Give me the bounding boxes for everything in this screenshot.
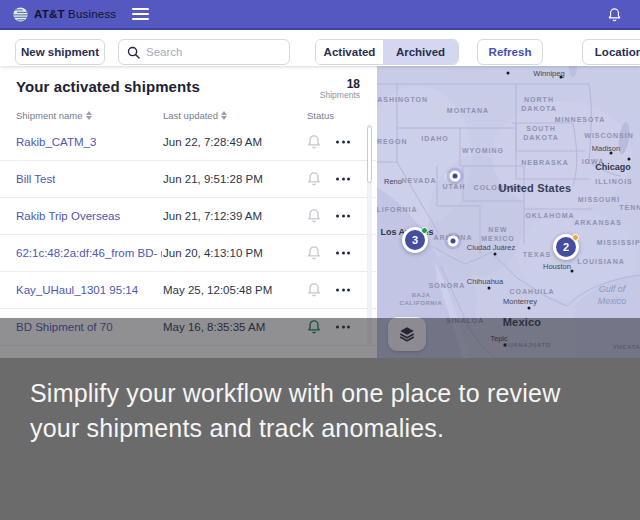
scrollbar-thumb[interactable] bbox=[367, 126, 372, 183]
row-menu-icon[interactable] bbox=[334, 248, 352, 259]
new-shipment-button[interactable]: New shipment bbox=[15, 39, 105, 65]
search-box[interactable] bbox=[118, 39, 290, 65]
last-updated-value: May 16, 8:35:35 AM bbox=[163, 321, 265, 333]
city-dot bbox=[488, 287, 491, 290]
app-window: AT&T Business New shipment Activated Arc… bbox=[0, 0, 640, 358]
shipments-count: 18 Shipments bbox=[320, 78, 360, 101]
row-menu-icon[interactable] bbox=[334, 137, 352, 148]
table-row: Rakib_CATM_3 Jun 22, 7:28:49 AM bbox=[0, 124, 376, 161]
toolbar: New shipment Activated Archived Refresh … bbox=[0, 30, 640, 66]
shipment-name-link[interactable]: Kay_UHaul_1301 95:14 bbox=[16, 284, 138, 296]
table-header: Shipment name Last updated Status bbox=[16, 110, 356, 124]
table-row: Kay_UHaul_1301 95:14 May 25, 12:05:48 PM bbox=[0, 272, 376, 309]
last-updated-value: May 25, 12:05:48 PM bbox=[163, 284, 272, 296]
layers-icon bbox=[398, 325, 416, 343]
caption-text: Simplify your workflow with one place to… bbox=[30, 376, 615, 446]
table-row: Bill Test Jun 21, 9:51:28 PM bbox=[0, 161, 376, 198]
city-dot bbox=[507, 72, 510, 75]
shipment-point-marker[interactable] bbox=[450, 171, 461, 182]
panel-scrollbar[interactable] bbox=[367, 124, 372, 346]
cluster-status-dot bbox=[421, 227, 428, 234]
sort-icon[interactable] bbox=[221, 111, 227, 120]
status-bell-icon[interactable] bbox=[306, 245, 322, 261]
brand-name: AT&T Business bbox=[34, 8, 116, 20]
caption-area: Simplify your workflow with one place to… bbox=[0, 358, 640, 520]
shipments-list: Rakib_CATM_3 Jun 22, 7:28:49 AM Bill Tes… bbox=[0, 124, 376, 346]
column-status: Status bbox=[307, 110, 334, 121]
search-icon bbox=[127, 46, 140, 59]
city-dot bbox=[610, 152, 613, 155]
status-bell-icon[interactable] bbox=[306, 171, 322, 187]
last-updated-value: Jun 21, 9:51:28 PM bbox=[163, 173, 263, 185]
city-dot bbox=[504, 344, 507, 347]
status-bell-icon[interactable] bbox=[306, 134, 322, 150]
table-row: 62:1c:48:2a:df:46_from BD- return Jun 20… bbox=[0, 235, 376, 272]
city-dot bbox=[628, 158, 631, 161]
shipments-map[interactable]: WASHINGTONMONTANANORTH DAKOTAMINNESOTAWI… bbox=[377, 66, 640, 358]
cluster-marker[interactable]: 2 bbox=[553, 234, 579, 260]
column-last-updated[interactable]: Last updated bbox=[163, 110, 227, 121]
city-dot bbox=[494, 253, 497, 256]
map-layers-button[interactable] bbox=[388, 317, 426, 351]
marketing-frame: AT&T Business New shipment Activated Arc… bbox=[0, 0, 640, 520]
table-row: Rakib Trip Overseas Jun 21, 7:12:39 AM bbox=[0, 198, 376, 235]
search-input[interactable] bbox=[146, 46, 281, 58]
row-menu-icon[interactable] bbox=[334, 174, 352, 185]
row-menu-icon[interactable] bbox=[334, 285, 352, 296]
last-updated-value: Jun 21, 7:12:39 AM bbox=[163, 210, 262, 222]
city-dot bbox=[528, 307, 531, 310]
locations-button[interactable]: Locations bbox=[582, 39, 640, 65]
row-menu-icon[interactable] bbox=[334, 211, 352, 222]
shipments-panel: Your activated shipments 18 Shipments Sh… bbox=[0, 66, 376, 358]
count-label: Shipments bbox=[320, 91, 360, 100]
menu-icon[interactable] bbox=[132, 8, 149, 20]
notifications-bell-icon[interactable] bbox=[607, 7, 622, 23]
last-updated-value: Jun 20, 4:13:10 PM bbox=[163, 247, 263, 259]
city-dot bbox=[571, 270, 574, 273]
panel-title: Your activated shipments bbox=[16, 78, 200, 95]
shipment-name-link[interactable]: Rakib Trip Overseas bbox=[16, 210, 120, 222]
filter-segmented-control: Activated Archived bbox=[315, 39, 459, 65]
table-row: BD Shipment of 70 May 16, 8:35:35 AM bbox=[0, 309, 376, 346]
cluster-marker[interactable]: 3 bbox=[402, 227, 428, 253]
status-bell-icon[interactable] bbox=[306, 282, 322, 298]
last-updated-value: Jun 22, 7:28:49 AM bbox=[163, 136, 262, 148]
column-shipment-name[interactable]: Shipment name bbox=[16, 110, 92, 121]
filter-activated[interactable]: Activated bbox=[316, 40, 383, 64]
city-dot bbox=[560, 76, 563, 79]
sort-icon[interactable] bbox=[86, 111, 92, 120]
shipment-name-link[interactable]: BD Shipment of 70 bbox=[16, 321, 113, 333]
map-tiles bbox=[377, 66, 640, 358]
status-bell-icon[interactable] bbox=[306, 319, 322, 335]
shipment-name-link[interactable]: Rakib_CATM_3 bbox=[16, 136, 96, 148]
shipment-name-link[interactable]: Bill Test bbox=[16, 173, 55, 185]
status-bell-icon[interactable] bbox=[306, 208, 322, 224]
filter-archived[interactable]: Archived bbox=[383, 40, 458, 64]
row-menu-icon[interactable] bbox=[334, 322, 352, 333]
cluster-status-dot bbox=[572, 234, 579, 241]
app-header: AT&T Business bbox=[0, 0, 640, 30]
att-globe-icon bbox=[12, 6, 29, 23]
refresh-button[interactable]: Refresh bbox=[477, 39, 543, 65]
shipment-name-link[interactable]: 62:1c:48:2a:df:46_from BD- return bbox=[16, 247, 162, 259]
shipment-point-marker[interactable] bbox=[448, 236, 459, 247]
brand-logo: AT&T Business bbox=[12, 6, 116, 23]
